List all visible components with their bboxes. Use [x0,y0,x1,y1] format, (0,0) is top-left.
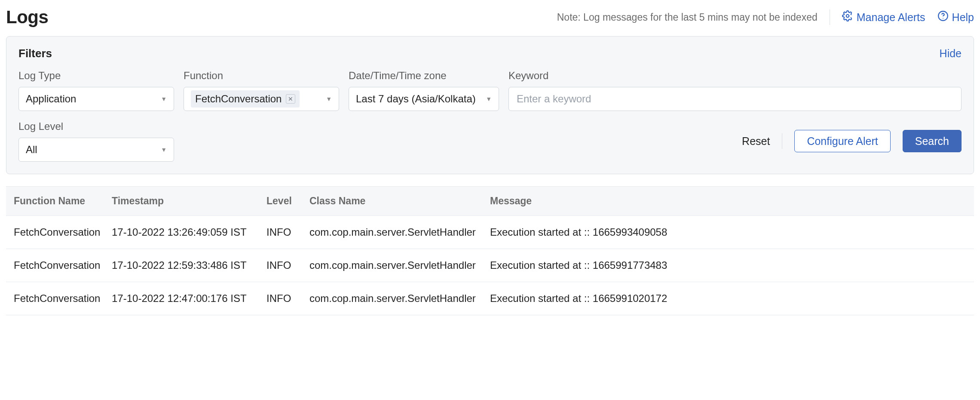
svg-point-0 [846,15,849,18]
function-chip-label: FetchConversation [195,93,282,105]
cell-class-name: com.cop.main.server.ServletHandler [309,226,490,238]
table-row[interactable]: FetchConversation17-10-2022 13:26:49:059… [6,216,974,249]
table-body: FetchConversation17-10-2022 13:26:49:059… [6,216,974,315]
log-level-select[interactable]: All ▼ [18,138,174,162]
filters-heading: Filters [18,47,52,60]
header-actions: Note: Log messages for the last 5 mins m… [557,9,974,25]
table-header: Function Name Timestamp Level Class Name… [6,186,974,216]
reset-link[interactable]: Reset [742,135,770,148]
cell-timestamp: 17-10-2022 12:47:00:176 IST [112,292,266,305]
configure-alert-button[interactable]: Configure Alert [794,130,890,152]
function-chip: FetchConversation ✕ [191,90,300,108]
date-select[interactable]: Last 7 days (Asia/Kolkata) ▼ [349,87,499,111]
date-label: Date/Time/Time zone [349,70,499,82]
col-function-name: Function Name [6,195,112,207]
date-value: Last 7 days (Asia/Kolkata) [356,93,476,105]
cell-function-name: FetchConversation [6,259,112,271]
chevron-down-icon: ▼ [326,95,332,102]
keyword-input-wrap [508,87,962,111]
log-type-value: Application [26,93,76,105]
search-button[interactable]: Search [903,130,962,152]
manage-alerts-label: Manage Alerts [857,11,925,24]
logs-table: Function Name Timestamp Level Class Name… [6,186,974,315]
cell-class-name: com.cop.main.server.ServletHandler [309,259,490,271]
col-level: Level [266,195,309,207]
hide-filters-label: Hide [940,47,962,60]
gear-icon [842,10,853,24]
index-note: Note: Log messages for the last 5 mins m… [557,12,818,23]
log-type-label: Log Type [18,70,174,82]
svg-point-2 [943,18,943,19]
page-title: Logs [6,7,48,28]
divider [830,9,830,25]
hide-filters-link[interactable]: Hide [940,47,962,60]
cell-message: Execution started at :: 1665993409058 [490,226,974,238]
help-icon [937,10,949,24]
cell-function-name: FetchConversation [6,292,112,305]
manage-alerts-link[interactable]: Manage Alerts [842,10,925,24]
function-select[interactable]: FetchConversation ✕ ▼ [184,87,339,111]
chip-remove-icon[interactable]: ✕ [286,94,295,104]
page-header: Logs Note: Log messages for the last 5 m… [6,7,974,28]
cell-level: INFO [266,259,309,271]
chevron-down-icon: ▼ [161,146,167,153]
cell-function-name: FetchConversation [6,226,112,238]
log-type-select[interactable]: Application ▼ [18,87,174,111]
cell-level: INFO [266,292,309,305]
table-row[interactable]: FetchConversation17-10-2022 12:59:33:486… [6,249,974,282]
cell-timestamp: 17-10-2022 13:26:49:059 IST [112,226,266,238]
log-level-label: Log Level [18,120,174,132]
keyword-label: Keyword [508,70,962,82]
chevron-down-icon: ▼ [486,95,492,102]
cell-message: Execution started at :: 1665991773483 [490,259,974,271]
divider [782,133,782,149]
cell-class-name: com.cop.main.server.ServletHandler [309,292,490,305]
help-link[interactable]: Help [937,10,974,24]
filters-panel: Filters Hide Log Type Application ▼ Func… [6,36,974,174]
table-row[interactable]: FetchConversation17-10-2022 12:47:00:176… [6,282,974,315]
function-label: Function [184,70,339,82]
help-label: Help [952,11,974,24]
cell-level: INFO [266,226,309,238]
col-timestamp: Timestamp [112,195,266,207]
log-level-value: All [26,144,37,156]
cell-message: Execution started at :: 1665991020172 [490,292,974,305]
cell-timestamp: 17-10-2022 12:59:33:486 IST [112,259,266,271]
chevron-down-icon: ▼ [161,95,167,102]
col-class-name: Class Name [309,195,490,207]
keyword-input[interactable] [516,92,954,105]
col-message: Message [490,195,974,207]
